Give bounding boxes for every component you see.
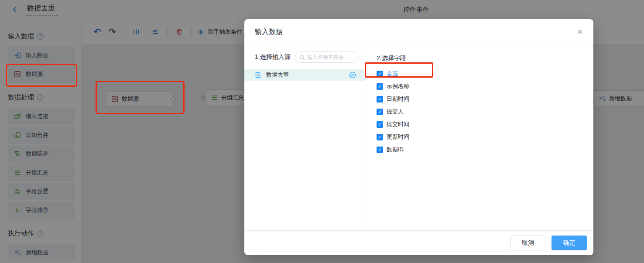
source-panel: 1.选择输入源 数据去重 xyxy=(244,45,364,230)
checkbox-checked-icon[interactable] xyxy=(377,121,383,128)
modal-footer: 取消 确定 xyxy=(244,230,593,255)
input-data-modal: 输入数据 1.选择输入源 数据去重 xyxy=(244,19,593,255)
form-document-icon xyxy=(255,72,261,78)
modal-body: 1.选择输入源 数据去重 xyxy=(244,45,593,230)
field-checkbox-row[interactable]: 示例名称 xyxy=(377,83,593,90)
field-checkbox-row[interactable]: 更新时间 xyxy=(377,133,593,140)
app-window: 数据去重 控件事件 输入数据 输入数据 数据源 数据处理 xyxy=(0,0,644,263)
checkbox-checked-icon[interactable] xyxy=(377,134,383,140)
fields-panel: 2.选择字段 全选 示例名称 日期时间 提交人 xyxy=(364,45,593,230)
fields-panel-label: 2.选择字段 xyxy=(377,55,593,62)
source-list-item[interactable]: 数据去重 xyxy=(244,69,364,81)
checkbox-checked-icon[interactable] xyxy=(377,96,383,102)
checkbox-checked-icon[interactable] xyxy=(377,71,383,77)
source-item-label: 数据去重 xyxy=(266,71,344,79)
select-all-label[interactable]: 全选 xyxy=(387,70,398,78)
field-checkbox-row[interactable]: 提交人 xyxy=(377,108,593,115)
cancel-button[interactable]: 取消 xyxy=(510,236,545,250)
source-search[interactable] xyxy=(295,51,359,63)
close-icon[interactable] xyxy=(577,28,583,36)
search-icon xyxy=(299,55,305,60)
field-checkbox-row[interactable]: 数据ID xyxy=(377,146,593,153)
field-checkbox-row[interactable]: 日期时间 xyxy=(377,96,593,102)
source-panel-label: 1.选择输入源 xyxy=(255,53,291,61)
select-all-checkbox-row[interactable]: 全选 xyxy=(377,70,593,77)
checkbox-checked-icon[interactable] xyxy=(377,109,383,115)
checkbox-checked-icon[interactable] xyxy=(377,83,383,90)
modal-title: 输入数据 xyxy=(255,27,283,37)
field-checkbox-row[interactable]: 提交时间 xyxy=(377,121,593,128)
search-input[interactable] xyxy=(307,54,354,60)
modal-header: 输入数据 xyxy=(244,19,593,45)
confirm-button[interactable]: 确定 xyxy=(552,236,587,250)
checkbox-checked-icon[interactable] xyxy=(377,147,383,153)
selected-check-circle-icon xyxy=(349,72,356,79)
